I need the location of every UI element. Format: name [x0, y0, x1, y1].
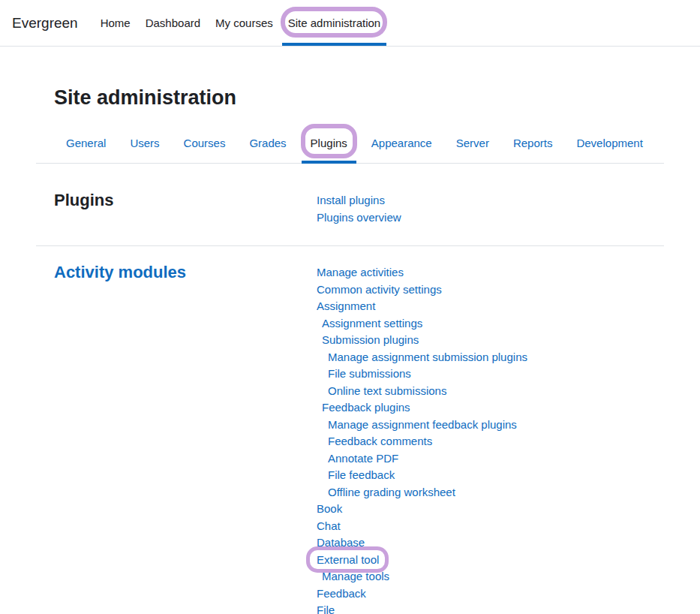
admin-link-file-feedback[interactable]: File feedback — [328, 467, 395, 484]
top-navbar: Evergreen HomeDashboardMy coursesSite ad… — [0, 0, 700, 47]
nav-item-dashboard[interactable]: Dashboard — [138, 0, 208, 46]
tab-appearance[interactable]: Appearance — [359, 131, 444, 155]
admin-link-file[interactable]: File — [317, 602, 335, 614]
admin-tabs: GeneralUsersCoursesGradesPluginsAppearan… — [36, 131, 664, 164]
link-line: Feedback plugins — [317, 399, 527, 417]
link-line: Assignment — [317, 298, 527, 315]
link-line: Manage assignment submission plugins — [317, 349, 527, 366]
tab-label: Plugins — [311, 137, 347, 149]
nav-item-label: Dashboard — [146, 17, 200, 29]
admin-link-common-activity-settings[interactable]: Common activity settings — [317, 281, 442, 299]
nav-item-site-administration[interactable]: Site administration — [281, 0, 388, 46]
admin-link-assignment-settings[interactable]: Assignment settings — [322, 315, 422, 333]
link-line: Plugins overview — [317, 209, 401, 227]
link-line: Feedback comments — [317, 433, 527, 450]
admin-link-annotate-pdf[interactable]: Annotate PDF — [328, 450, 398, 468]
admin-link-offline-grading-worksheet[interactable]: Offline grading worksheet — [328, 484, 455, 501]
section-heading-activity-modules: Activity modules — [54, 262, 317, 614]
section-heading-plugins: Plugins — [54, 190, 317, 226]
section-activity-modules: Activity modulesManage activitiesCommon … — [36, 245, 664, 614]
link-line: Feedback — [317, 585, 527, 603]
tab-general[interactable]: General — [54, 131, 118, 155]
nav-item-label: My courses — [215, 17, 273, 29]
tab-label: General — [66, 137, 106, 149]
admin-link-plugins-overview[interactable]: Plugins overview — [317, 209, 401, 227]
nav-item-label: Site administration — [288, 17, 380, 29]
tab-label: Server — [456, 137, 489, 149]
link-line: File — [317, 602, 527, 614]
link-line: Offline grading worksheet — [317, 484, 527, 501]
tab-label: Reports — [513, 137, 553, 149]
link-line: Manage assignment feedback plugins — [317, 417, 527, 434]
admin-link-install-plugins[interactable]: Install plugins — [317, 192, 385, 209]
admin-link-manage-activities[interactable]: Manage activities — [317, 264, 404, 281]
tab-label: Appearance — [371, 137, 432, 149]
nav-item-label: Home — [101, 17, 131, 29]
admin-link-feedback[interactable]: Feedback — [317, 585, 366, 603]
admin-link-manage-assignment-submission-plugins[interactable]: Manage assignment submission plugins — [328, 349, 527, 366]
site-brand[interactable]: Evergreen — [12, 15, 78, 32]
link-line: Common activity settings — [317, 281, 527, 299]
section-plugins: PluginsInstall pluginsPlugins overview — [36, 164, 664, 245]
link-line: Manage activities — [317, 264, 527, 281]
admin-link-online-text-submissions[interactable]: Online text submissions — [328, 383, 446, 400]
tab-server[interactable]: Server — [444, 131, 501, 155]
link-line: Assignment settings — [317, 315, 527, 333]
link-line: Annotate PDF — [317, 450, 527, 468]
main-content: Site administration GeneralUsersCoursesG… — [36, 84, 664, 614]
nav-item-my-courses[interactable]: My courses — [208, 0, 281, 46]
link-line: Manage tools — [317, 568, 527, 585]
admin-link-assignment[interactable]: Assignment — [317, 298, 375, 315]
tab-plugins[interactable]: Plugins — [299, 131, 359, 155]
tab-users[interactable]: Users — [118, 131, 171, 155]
highlight-ring — [281, 7, 387, 38]
link-line: Database — [317, 534, 527, 552]
tab-label: Grades — [249, 137, 286, 149]
highlight-ring — [301, 124, 357, 158]
admin-link-feedback-comments[interactable]: Feedback comments — [328, 433, 432, 450]
admin-link-book[interactable]: Book — [317, 501, 342, 518]
admin-link-external-tool[interactable]: External tool — [317, 552, 379, 569]
link-line: Online text submissions — [317, 383, 527, 400]
tab-label: Courses — [184, 137, 226, 149]
admin-sections: PluginsInstall pluginsPlugins overviewAc… — [36, 164, 664, 614]
admin-link-feedback-plugins[interactable]: Feedback plugins — [322, 399, 410, 417]
admin-link-chat[interactable]: Chat — [317, 518, 341, 535]
link-line: Submission plugins — [317, 332, 527, 349]
admin-link-file-submissions[interactable]: File submissions — [328, 366, 411, 383]
link-line: File feedback — [317, 467, 527, 484]
tab-courses[interactable]: Courses — [172, 131, 238, 155]
link-line: File submissions — [317, 366, 527, 383]
link-line: Chat — [317, 518, 527, 535]
admin-link-manage-tools[interactable]: Manage tools — [322, 568, 389, 585]
tab-development[interactable]: Development — [564, 131, 654, 155]
admin-link-submission-plugins[interactable]: Submission plugins — [322, 332, 419, 349]
admin-link-database[interactable]: Database — [317, 534, 365, 552]
section-links: Install pluginsPlugins overview — [317, 190, 401, 226]
admin-link-manage-assignment-feedback-plugins[interactable]: Manage assignment feedback plugins — [328, 417, 517, 434]
link-line: Book — [317, 501, 527, 518]
tab-label: Development — [576, 137, 642, 149]
tab-label: Users — [130, 137, 159, 149]
page-title: Site administration — [36, 84, 664, 111]
link-line: Install plugins — [317, 192, 401, 209]
nav-item-home[interactable]: Home — [93, 0, 138, 46]
section-links: Manage activitiesCommon activity setting… — [317, 262, 527, 614]
tab-grades[interactable]: Grades — [237, 131, 298, 155]
tab-reports[interactable]: Reports — [501, 131, 565, 155]
primary-nav: HomeDashboardMy coursesSite administrati… — [93, 0, 389, 46]
link-line: External tool — [317, 552, 527, 569]
